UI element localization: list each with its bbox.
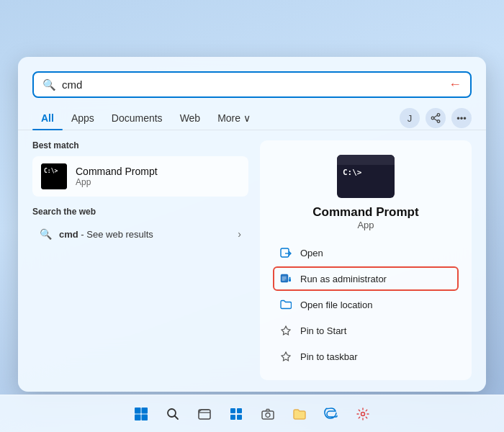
search-bar: 🔍 ← [32, 71, 472, 98]
action-pin-to-start[interactable]: Pin to Start [273, 318, 459, 343]
search-input[interactable] [62, 78, 443, 91]
folder-icon [279, 297, 293, 312]
action-run-as-admin[interactable]: Run as administrator [273, 266, 459, 291]
svg-point-24 [361, 412, 365, 415]
tab-web[interactable]: Web [171, 107, 210, 130]
tab-documents[interactable]: Documents [103, 107, 171, 130]
more-options-btn[interactable]: ••• [451, 108, 472, 128]
svg-rect-21 [237, 415, 242, 420]
main-content: Best match Command Prompt App Search the… [18, 130, 486, 392]
action-list: Open Run as administrator [273, 240, 459, 369]
tabs-row: All Apps Documents Web More ∨ J ••• [18, 107, 486, 130]
left-panel: Best match Command Prompt App Search the… [32, 140, 248, 380]
taskbar-edge-btn[interactable] [317, 400, 346, 428]
arrow-indicator: ← [449, 77, 462, 92]
share-icon-btn[interactable] [426, 108, 446, 128]
svg-point-2 [431, 117, 434, 120]
svg-line-16 [175, 415, 179, 419]
svg-rect-14 [142, 414, 148, 420]
best-match-text: Command Prompt App [76, 166, 158, 187]
search-bar-container: 🔍 ← [18, 66, 486, 107]
svg-rect-5 [281, 248, 289, 257]
web-search-row[interactable]: 🔍 cmd - See web results › [32, 222, 248, 246]
action-pin-to-start-label: Pin to Start [300, 325, 346, 336]
action-open-file-location-label: Open file location [300, 300, 372, 310]
taskbar-settings-btn[interactable] [348, 400, 377, 428]
pin-taskbar-icon [279, 349, 293, 364]
svg-rect-13 [135, 414, 141, 420]
svg-point-10 [289, 277, 291, 279]
taskbar-folder-btn[interactable] [285, 400, 314, 428]
taskbar-store-btn[interactable] [222, 400, 251, 428]
svg-line-4 [434, 119, 438, 121]
taskbar-search-btn[interactable] [158, 400, 187, 428]
admin-icon [279, 271, 293, 286]
tab-more[interactable]: More ∨ [209, 107, 259, 130]
best-match-app-name: Command Prompt [76, 166, 158, 177]
app-preview-icon [337, 155, 395, 198]
pin-start-icon [279, 323, 293, 338]
svg-rect-11 [135, 408, 141, 414]
svg-rect-17 [199, 410, 210, 419]
svg-point-23 [266, 413, 270, 417]
taskbar-windows-btn[interactable] [127, 400, 156, 428]
tab-apps[interactable]: Apps [63, 107, 103, 130]
taskbar-bar [0, 395, 504, 432]
svg-point-0 [437, 114, 440, 117]
app-preview-name: Command Prompt [312, 205, 418, 220]
action-run-as-admin-label: Run as administrator [300, 274, 387, 284]
action-open-label: Open [300, 248, 323, 258]
action-open[interactable]: Open [273, 240, 459, 265]
web-search-text: cmd - See web results [59, 229, 230, 240]
svg-rect-19 [237, 408, 242, 413]
web-search-icon: 🔍 [40, 228, 52, 240]
svg-rect-22 [262, 411, 274, 419]
action-pin-to-taskbar-label: Pin to taskbar [300, 351, 358, 362]
right-panel: Command Prompt App Open [260, 140, 472, 380]
search-web-title: Search the web [32, 207, 248, 217]
svg-rect-18 [230, 408, 235, 413]
action-open-file-location[interactable]: Open file location [273, 292, 459, 317]
best-match-item[interactable]: Command Prompt App [32, 156, 248, 197]
cmd-app-icon [41, 163, 67, 189]
web-search-arrow-icon: › [238, 228, 241, 240]
taskbar-files-btn[interactable] [190, 400, 219, 428]
svg-rect-12 [142, 408, 148, 414]
tab-all[interactable]: All [32, 107, 63, 130]
svg-rect-20 [230, 415, 235, 420]
action-pin-to-taskbar[interactable]: Pin to taskbar [273, 344, 459, 369]
open-icon [279, 246, 293, 260]
taskbar-camera-btn[interactable] [253, 400, 282, 428]
app-preview-type: App [357, 220, 374, 230]
svg-line-3 [434, 115, 438, 117]
app-preview: Command Prompt App [273, 155, 459, 230]
best-match-app-type: App [76, 177, 158, 187]
svg-point-1 [437, 120, 440, 123]
best-match-title: Best match [32, 140, 248, 150]
start-menu: 🔍 ← All Apps Documents Web More ∨ J ••• [18, 57, 486, 392]
user-icon-btn[interactable]: J [400, 108, 420, 128]
search-icon: 🔍 [42, 78, 56, 91]
